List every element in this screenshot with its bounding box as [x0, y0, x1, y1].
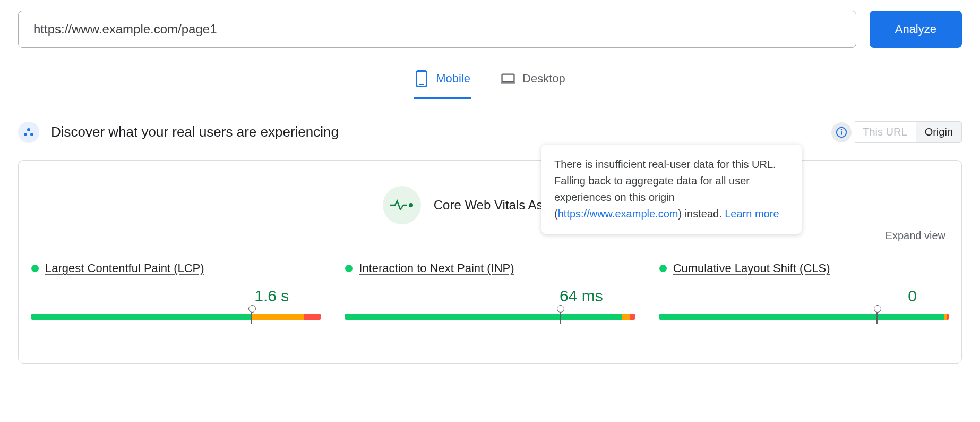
vitals-panel: Core Web Vitals Assessment Expand view L… [18, 160, 962, 364]
metric-value: 64 ms [345, 287, 634, 305]
metric-value: 1.6 s [31, 287, 321, 305]
tooltip-origin-link[interactable]: https://www.example.com [558, 208, 678, 220]
device-tabs: Mobile Desktop [18, 63, 962, 99]
mobile-icon [415, 70, 428, 87]
info-icon[interactable] [831, 122, 852, 142]
status-dot-icon [31, 265, 39, 272]
svg-point-10 [409, 203, 413, 207]
url-form: Analyze [18, 11, 962, 48]
vitals-pulse-icon [383, 186, 421, 224]
tab-desktop-label: Desktop [522, 72, 565, 86]
metric-name[interactable]: Cumulative Layout Shift (CLS) [673, 261, 830, 275]
metric-name[interactable]: Largest Contentful Paint (LCP) [45, 261, 204, 275]
svg-point-9 [841, 129, 843, 130]
metric-name[interactable]: Interaction to Next Paint (INP) [359, 261, 514, 275]
tooltip-learn-more-link[interactable]: Learn more [725, 208, 779, 220]
tab-mobile[interactable]: Mobile [414, 63, 471, 99]
toggle-this-url: This URL [854, 122, 916, 142]
svg-point-6 [30, 133, 33, 136]
tab-desktop[interactable]: Desktop [500, 63, 566, 99]
metric: Largest Contentful Paint (LCP)1.6 s [31, 261, 321, 321]
status-dot-icon [345, 265, 353, 272]
metric: Cumulative Layout Shift (CLS)0 [659, 261, 949, 321]
toggle-origin[interactable]: Origin [916, 122, 961, 142]
scope-toggle: This URL Origin [854, 121, 962, 143]
expand-view-link[interactable]: Expand view [886, 230, 945, 242]
percentile-marker-icon [876, 309, 878, 324]
percentile-marker-icon [251, 309, 252, 324]
status-dot-icon [659, 265, 667, 272]
section-title: Discover what your real users are experi… [51, 124, 339, 140]
divider [31, 347, 949, 347]
info-tooltip: There is insufficient real-user data for… [541, 145, 802, 234]
url-input[interactable] [18, 11, 856, 48]
svg-rect-2 [502, 74, 514, 82]
metric-value: 0 [659, 287, 949, 305]
tab-mobile-label: Mobile [436, 72, 470, 86]
analyze-button[interactable]: Analyze [870, 11, 962, 48]
crux-icon [18, 122, 39, 143]
section-header: Discover what your real users are experi… [18, 121, 962, 143]
metric: Interaction to Next Paint (INP)64 ms [345, 261, 634, 321]
tooltip-text-mid: ) instead. [678, 208, 725, 220]
svg-point-5 [24, 133, 27, 136]
metric-bar [31, 314, 321, 321]
percentile-marker-icon [560, 309, 561, 324]
svg-point-4 [27, 128, 30, 131]
metric-bar [345, 314, 634, 321]
desktop-icon [501, 70, 515, 87]
metric-bar [659, 314, 949, 321]
metrics-row: Largest Contentful Paint (LCP)1.6 sInter… [31, 261, 949, 321]
